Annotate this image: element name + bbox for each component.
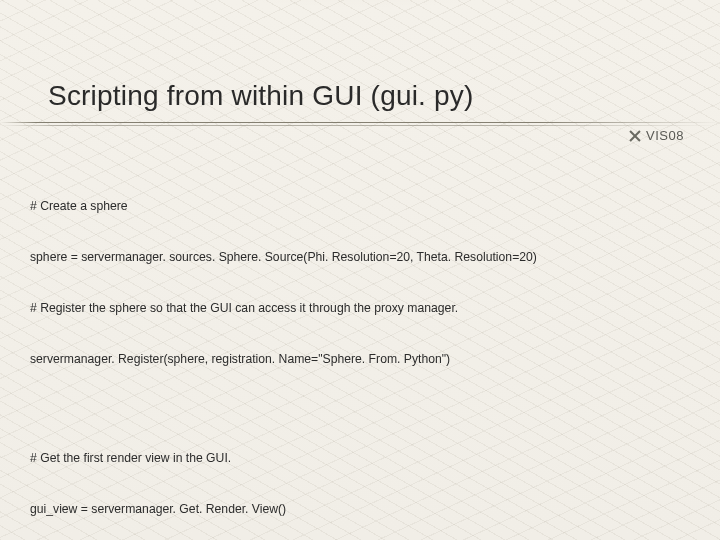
code-block-2: # Get the first render view in the GUI. … <box>30 416 690 540</box>
code-line: # Register the sphere so that the GUI ca… <box>30 300 690 317</box>
code-block-1: # Create a sphere sphere = servermanager… <box>30 164 690 402</box>
code-line: gui_view = servermanager. Get. Render. V… <box>30 501 690 518</box>
vis-cross-icon <box>628 129 642 143</box>
title-underline <box>0 122 720 130</box>
vis08-logo: VIS08 <box>628 128 684 143</box>
code-line: # Create a sphere <box>30 198 690 215</box>
slide-body: # Create a sphere sphere = servermanager… <box>30 164 690 540</box>
slide-title: Scripting from within GUI (gui. py) <box>48 80 474 112</box>
logo-text: VIS08 <box>646 128 684 143</box>
code-line: servermanager. Register(sphere, registra… <box>30 351 690 368</box>
slide-container: Scripting from within GUI (gui. py) VIS0… <box>0 0 720 540</box>
code-line: sphere = servermanager. sources. Sphere.… <box>30 249 690 266</box>
code-line: # Get the first render view in the GUI. <box>30 450 690 467</box>
